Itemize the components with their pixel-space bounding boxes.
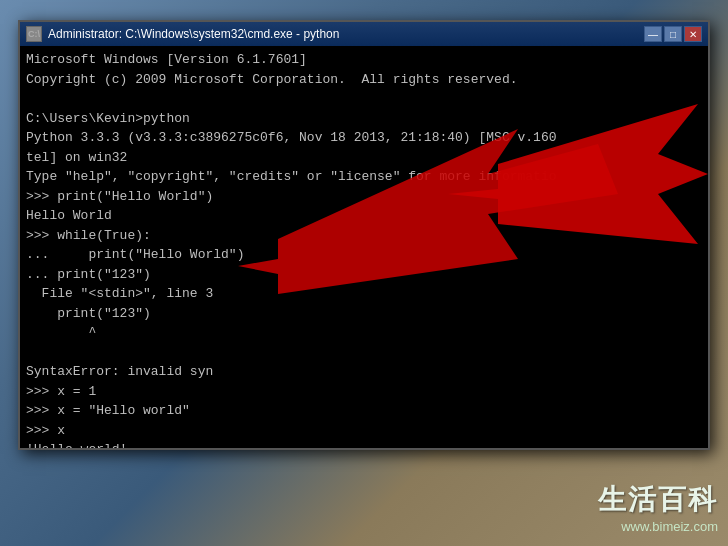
close-button[interactable]: ✕ (684, 26, 702, 42)
watermark: 生活百科 www.bimeiz.com (598, 481, 718, 534)
window-controls: — □ ✕ (644, 26, 702, 42)
terminal-output: Microsoft Windows [Version 6.1.7601] Cop… (26, 50, 702, 448)
watermark-url: www.bimeiz.com (598, 519, 718, 534)
watermark-text: 生活百科 (598, 481, 718, 519)
maximize-button[interactable]: □ (664, 26, 682, 42)
cmd-window: C:\ Administrator: C:\Windows\system32\c… (18, 20, 710, 450)
title-bar: C:\ Administrator: C:\Windows\system32\c… (20, 22, 708, 46)
window-title: Administrator: C:\Windows\system32\cmd.e… (48, 27, 638, 41)
terminal-content[interactable]: Microsoft Windows [Version 6.1.7601] Cop… (20, 46, 708, 448)
minimize-button[interactable]: — (644, 26, 662, 42)
window-icon: C:\ (26, 26, 42, 42)
